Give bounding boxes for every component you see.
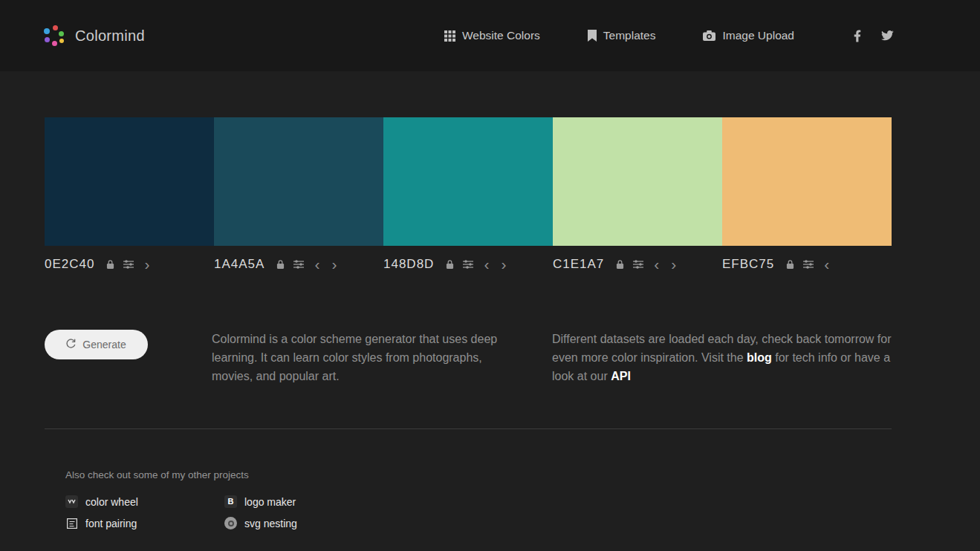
logo-maker-icon: B: [224, 495, 237, 508]
color-swatch-3[interactable]: [383, 117, 553, 246]
nav-image-upload[interactable]: Image Upload: [703, 29, 794, 42]
nav-label: Templates: [603, 29, 656, 42]
hex-code[interactable]: C1E1A7: [553, 257, 604, 272]
chevron-right-icon[interactable]: ›: [143, 259, 151, 270]
generate-label: Generate: [82, 339, 126, 351]
logo-maker-glyph: B: [228, 498, 234, 506]
nav-website-colors[interactable]: Website Colors: [444, 29, 540, 42]
hex-code[interactable]: 1A4A5A: [214, 257, 265, 272]
main-content: 0E2C40 › 1A4A5A ‹ › 148D8D: [45, 117, 892, 529]
hex-code[interactable]: 148D8D: [383, 257, 434, 272]
about-text: Colormind is a color scheme generator th…: [212, 330, 552, 385]
datasets-text: Different datasets are loaded each day, …: [552, 330, 892, 385]
font-pairing-icon: [65, 517, 78, 529]
main-nav: Website Colors Templates Image Uplo: [444, 29, 794, 42]
chevron-left-icon[interactable]: ‹: [652, 259, 661, 270]
social-links: [854, 30, 894, 42]
nav-label: Website Colors: [462, 29, 540, 42]
sliders-icon[interactable]: [803, 260, 814, 269]
color-swatch-5[interactable]: [722, 117, 892, 246]
chevron-left-icon[interactable]: ‹: [822, 259, 831, 270]
swatch-controls-4: C1E1A7 ‹ ›: [553, 257, 722, 272]
project-label: color wheel: [85, 496, 138, 508]
nav-templates[interactable]: Templates: [588, 29, 656, 42]
lock-icon[interactable]: [616, 259, 624, 270]
api-link[interactable]: API: [611, 370, 631, 382]
color-swatch-4[interactable]: [553, 117, 722, 246]
nav-label: Image Upload: [722, 29, 794, 42]
footer-heading: Also check out some of my other projects: [65, 469, 892, 480]
svg-nesting-icon: [224, 517, 237, 529]
chevron-right-icon[interactable]: ›: [330, 259, 338, 270]
lock-icon[interactable]: [106, 259, 114, 270]
link-logo-maker[interactable]: B logo maker: [224, 495, 297, 508]
chevron-right-icon[interactable]: ›: [499, 259, 507, 270]
refresh-icon: [66, 339, 76, 351]
other-projects: color wheel B logo maker font pairing sv…: [65, 495, 297, 529]
link-svg-nesting[interactable]: svg nesting: [224, 517, 297, 529]
swatch-controls-1: 0E2C40 ›: [45, 257, 214, 272]
color-wheel-icon: [65, 495, 78, 508]
color-swatch-2[interactable]: [214, 117, 383, 246]
brand-name: Colormind: [75, 27, 145, 45]
chevron-left-icon[interactable]: ‹: [313, 259, 321, 270]
color-swatch-1[interactable]: [45, 117, 214, 246]
sliders-icon[interactable]: [293, 260, 304, 269]
info-row: Generate Colormind is a color scheme gen…: [45, 330, 892, 385]
lock-icon[interactable]: [786, 259, 794, 270]
divider: [45, 428, 892, 429]
colormind-dots-icon: [42, 25, 65, 47]
chevron-left-icon[interactable]: ‹: [482, 259, 490, 270]
hex-code[interactable]: 0E2C40: [45, 257, 94, 272]
sliders-icon[interactable]: [633, 260, 643, 269]
link-font-pairing[interactable]: font pairing: [65, 517, 224, 529]
bookmark-icon: [588, 30, 597, 42]
twitter-icon[interactable]: [880, 30, 894, 42]
generate-button[interactable]: Generate: [45, 330, 148, 359]
camera-icon: [703, 30, 715, 41]
facebook-icon[interactable]: [854, 30, 861, 42]
brand-logo[interactable]: Colormind: [42, 25, 145, 47]
project-label: font pairing: [85, 518, 137, 529]
grid-icon: [444, 30, 455, 42]
sliders-icon[interactable]: [123, 260, 134, 269]
lock-icon[interactable]: [276, 259, 285, 270]
chevron-right-icon[interactable]: ›: [669, 259, 678, 270]
project-label: logo maker: [244, 496, 296, 508]
link-color-wheel[interactable]: color wheel: [65, 495, 224, 508]
header: Colormind Website Colors Templates: [0, 0, 980, 71]
color-palette: [45, 117, 892, 246]
sliders-icon[interactable]: [463, 260, 473, 269]
swatch-controls-2: 1A4A5A ‹ ›: [214, 257, 383, 272]
lock-icon[interactable]: [446, 259, 454, 270]
swatch-controls-3: 148D8D ‹ ›: [383, 257, 553, 272]
project-label: svg nesting: [244, 518, 297, 529]
palette-controls: 0E2C40 › 1A4A5A ‹ › 148D8D: [45, 257, 892, 272]
hex-code[interactable]: EFBC75: [722, 257, 774, 272]
blog-link[interactable]: blog: [747, 351, 772, 364]
swatch-controls-5: EFBC75 ‹: [722, 257, 892, 272]
